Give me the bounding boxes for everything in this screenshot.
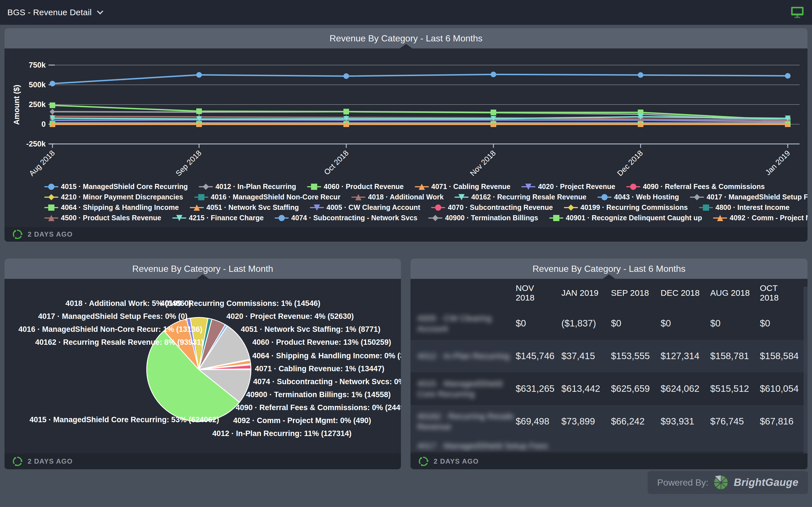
- panel-footer: 2 DAYS AGO: [4, 453, 401, 469]
- legend-row: 4015 · ManagedShield Core Recurring4012 …: [44, 182, 799, 191]
- legend-item[interactable]: 4060 · Product Revenue: [307, 182, 403, 191]
- legend-item-label: 4215 · Finance Charge: [189, 214, 264, 222]
- legend-item[interactable]: 4074 · Subcontracting - Network Svcs: [274, 214, 417, 222]
- table-scrollbar[interactable]: [804, 287, 808, 469]
- table-header-month: JAN 2019: [561, 288, 611, 298]
- table-cell: $93,931: [661, 416, 710, 427]
- legend-marker-triangle-icon: [44, 214, 59, 222]
- table-cell: $0: [611, 318, 661, 329]
- dashboard-title[interactable]: BGS - Revenue Detail: [7, 8, 92, 17]
- table-cell: $73,899: [561, 416, 611, 427]
- table-cell: ($1,837): [561, 318, 611, 329]
- powered-by-badge: Powered By: BrightGauge: [648, 471, 808, 494]
- table-cell: $67,816: [760, 416, 808, 427]
- legend-item-label: 4020 · Project Revenue: [538, 182, 615, 191]
- legend-item-label: 4043 · Web Hosting: [614, 193, 679, 201]
- legend-item[interactable]: 4017 · ManagedShield Setup Fees: [690, 193, 808, 201]
- legend-item[interactable]: 4012 · In-Plan Recurring: [199, 182, 296, 191]
- powered-by-label: Powered By:: [657, 477, 708, 488]
- table-cell: $145,746: [516, 351, 561, 361]
- svg-text:Nov 2018: Nov 2018: [468, 149, 497, 178]
- legend-item[interactable]: 4215 · Finance Charge: [172, 214, 264, 222]
- chevron-down-icon[interactable]: [97, 8, 103, 15]
- legend-marker-triangle-down-icon: [310, 204, 324, 211]
- pie-slice-label: 4064 · Shipping & Handling Income: 0% (3…: [252, 351, 401, 360]
- legend-item-label: 4071 · Cabling Revenue: [432, 182, 511, 191]
- legend-item[interactable]: 4090 · Referral Fees & Commissions: [626, 182, 765, 191]
- legend-marker-circle-icon: [274, 214, 289, 222]
- legend-item[interactable]: 4020 · Project Revenue: [521, 182, 615, 191]
- svg-text:Aug 2018: Aug 2018: [28, 149, 56, 178]
- row-label-obscured: 4015 · ManagedShield Core Recurring: [410, 378, 516, 399]
- legend-item[interactable]: 4015 · ManagedShield Core Recurring: [44, 182, 188, 191]
- legend-item-label: 40900 · Termination Billings: [445, 214, 538, 222]
- table-cell: $515,512: [710, 383, 760, 394]
- table-row: 4012 · In-Plan Recurring$145,746$37,415$…: [410, 340, 808, 372]
- svg-text:Sep 2018: Sep 2018: [174, 149, 203, 178]
- pie-slice-label: 40162 · Recurring Resale Revenue: 8% (93…: [35, 338, 204, 347]
- legend-item-label: 40199 · Recurring Commissions: [580, 203, 688, 212]
- refresh-icon[interactable]: [12, 456, 23, 467]
- last-updated: 2 DAYS AGO: [28, 230, 73, 238]
- table-cell: $37,415: [561, 351, 611, 361]
- last-updated: 2 DAYS AGO: [28, 457, 73, 465]
- legend-item-label: 4015 · ManagedShield Core Recurring: [61, 182, 188, 191]
- pie-slice-label: 4074 · Subcontracting - Network Svcs: 0%…: [253, 378, 401, 386]
- refresh-icon[interactable]: [418, 456, 429, 467]
- legend-marker-triangle-icon: [351, 193, 366, 201]
- legend-item-label: 4005 · CW Clearing Account: [326, 203, 420, 212]
- line-chart[interactable]: 750k500k250k0-250kAmount ($)Aug 2018Sep …: [4, 48, 808, 181]
- legend-item[interactable]: 4051 · Network Svc Staffing: [190, 203, 299, 212]
- table-header-month: NOV 2018: [516, 283, 561, 303]
- table-title: Revenue By Category - Last 6 Months: [532, 264, 686, 274]
- legend-item-label: 4012 · In-Plan Recurring: [215, 182, 296, 191]
- pie-slice-label: 4092 · Comm - Project Mgmt: 0% (490): [233, 416, 371, 425]
- app-header: BGS - Revenue Detail: [0, 0, 812, 25]
- pie-slice-label: 4020 · Project Revenue: 4% (52630): [226, 312, 354, 321]
- legend-item-label: 4064 · Shipping & Handling Income: [61, 203, 179, 212]
- refresh-icon[interactable]: [12, 229, 23, 240]
- legend-item[interactable]: 4064 · Shipping & Handling Income: [44, 203, 179, 212]
- legend-item[interactable]: 4043 · Web Hosting: [597, 193, 679, 201]
- table-cell: $0: [710, 318, 760, 329]
- legend-item-label: 4074 · Subcontracting - Network Svcs: [291, 214, 417, 222]
- pie-slice-label: 4060 · Product Revenue: 13% (150259): [252, 338, 391, 347]
- legend-item[interactable]: 4071 · Cabling Revenue: [414, 182, 511, 191]
- svg-text:Amount ($): Amount ($): [12, 85, 21, 125]
- legend-marker-square-icon: [549, 214, 564, 222]
- brightgauge-wordmark: BrightGauge: [733, 476, 799, 489]
- legend-marker-square-icon: [194, 193, 209, 201]
- table-cell: $0: [760, 318, 808, 329]
- pie-slice-label: 4090 · Referral Fees & Commissions: 0% (…: [236, 403, 401, 412]
- legend-item[interactable]: 40162 · Recurring Resale Revenue: [454, 193, 587, 201]
- table-cell: $613,442: [561, 383, 611, 394]
- legend-item[interactable]: 4210 · Minor Payment Discrepancies: [44, 193, 183, 201]
- panel-title-bar: Revenue By Category - Last 6 Months: [4, 28, 808, 48]
- legend-item[interactable]: 40900 · Termination Billings: [428, 214, 538, 222]
- legend-item[interactable]: 4092 · Comm - Project Mgmt: [713, 214, 808, 222]
- legend-item[interactable]: 40199 · Recurring Commissions: [564, 203, 688, 212]
- legend-marker-triangle-down-icon: [454, 193, 469, 201]
- legend-item-label: 4060 · Product Revenue: [324, 182, 403, 191]
- monitor-icon[interactable]: [790, 5, 805, 19]
- panel-title-bar: Revenue By Category - Last 6 Months: [410, 259, 808, 279]
- legend-item[interactable]: 4018 · Additional Work: [351, 193, 444, 201]
- legend-item-label: 4090 · Referral Fees & Commissions: [643, 182, 765, 191]
- table-cell: $0: [516, 318, 561, 329]
- legend-item[interactable]: 40901 · Recognize Delinquent Caught up: [549, 214, 702, 222]
- legend-item[interactable]: 4005 · CW Clearing Account: [310, 203, 420, 212]
- legend-item[interactable]: 4070 · Subcontracting Revenue: [431, 203, 553, 212]
- legend-item[interactable]: 4800 · Interest Income: [699, 203, 790, 212]
- table-cell: $624,062: [661, 383, 710, 394]
- legend-marker-circle-icon: [431, 204, 446, 211]
- legend-item-label: 40162 · Recurring Resale Revenue: [471, 193, 587, 201]
- legend-marker-diamond-icon: [564, 204, 578, 211]
- legend-item[interactable]: 4016 · ManagedShield Non-Core Recur: [194, 193, 341, 201]
- legend-marker-square-icon: [699, 204, 713, 211]
- row-label-obscured: 40162 · Recurring Resale Revenue: [410, 411, 516, 432]
- table-cell: $76,745: [710, 416, 760, 427]
- table-header-month: AUG 2018: [710, 288, 760, 298]
- legend-item[interactable]: 4500 · Product Sales Revenue: [44, 214, 161, 222]
- table-cell: $158,781: [710, 351, 760, 361]
- last-updated: 2 DAYS AGO: [434, 457, 479, 465]
